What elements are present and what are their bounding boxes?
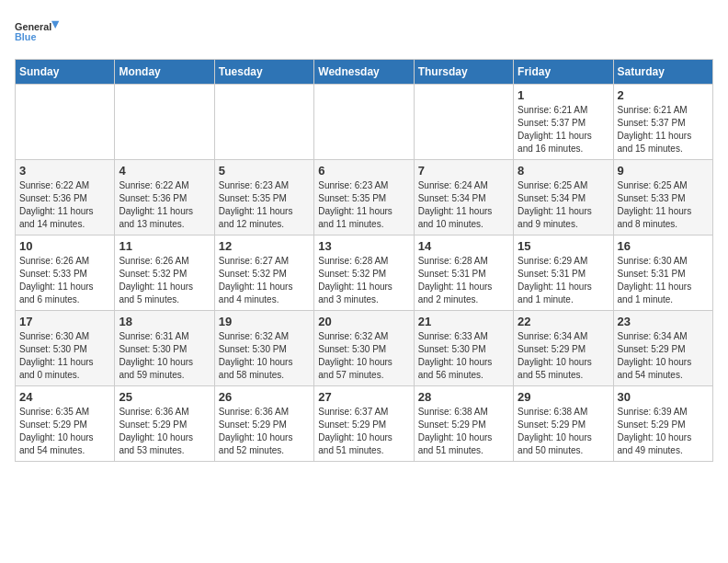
day-info: Sunrise: 6:32 AM Sunset: 5:30 PM Dayligh…	[219, 330, 310, 382]
weekday-header-tuesday: Tuesday	[214, 60, 313, 85]
day-number: 1	[518, 88, 609, 102]
day-number: 20	[318, 315, 409, 328]
day-info: Sunrise: 6:21 AM Sunset: 5:37 PM Dayligh…	[618, 104, 709, 155]
day-cell: 24Sunrise: 6:35 AM Sunset: 5:29 PM Dayli…	[16, 386, 115, 462]
svg-text:General: General	[15, 21, 51, 32]
week-row-2: 10Sunrise: 6:26 AM Sunset: 5:33 PM Dayli…	[16, 236, 713, 311]
svg-marker-2	[51, 21, 59, 29]
day-cell: 23Sunrise: 6:34 AM Sunset: 5:29 PM Dayli…	[613, 311, 712, 386]
day-cell: 20Sunrise: 6:32 AM Sunset: 5:30 PM Dayli…	[314, 311, 414, 386]
weekday-header-monday: Monday	[115, 60, 214, 85]
day-number: 17	[19, 315, 110, 328]
day-cell	[414, 85, 513, 160]
day-cell: 8Sunrise: 6:25 AM Sunset: 5:34 PM Daylig…	[514, 160, 613, 236]
day-number: 6	[318, 164, 409, 178]
day-cell: 10Sunrise: 6:26 AM Sunset: 5:33 PM Dayli…	[16, 236, 115, 311]
logo: General Blue	[15, 15, 61, 52]
day-cell: 26Sunrise: 6:36 AM Sunset: 5:29 PM Dayli…	[214, 386, 313, 462]
day-cell: 2Sunrise: 6:21 AM Sunset: 5:37 PM Daylig…	[613, 85, 712, 160]
day-info: Sunrise: 6:34 AM Sunset: 5:29 PM Dayligh…	[618, 330, 709, 382]
day-cell: 1Sunrise: 6:21 AM Sunset: 5:37 PM Daylig…	[514, 85, 613, 160]
day-number: 10	[19, 239, 110, 253]
day-cell: 15Sunrise: 6:29 AM Sunset: 5:31 PM Dayli…	[514, 236, 613, 311]
day-number: 23	[618, 315, 709, 328]
day-cell: 17Sunrise: 6:30 AM Sunset: 5:30 PM Dayli…	[16, 311, 115, 386]
week-row-3: 17Sunrise: 6:30 AM Sunset: 5:30 PM Dayli…	[16, 311, 713, 386]
weekday-header-friday: Friday	[514, 60, 613, 85]
day-cell: 18Sunrise: 6:31 AM Sunset: 5:30 PM Dayli…	[115, 311, 214, 386]
day-info: Sunrise: 6:26 AM Sunset: 5:33 PM Dayligh…	[19, 255, 110, 306]
day-info: Sunrise: 6:25 AM Sunset: 5:34 PM Dayligh…	[518, 179, 609, 231]
day-info: Sunrise: 6:27 AM Sunset: 5:32 PM Dayligh…	[219, 255, 310, 306]
svg-text:Blue: Blue	[15, 31, 36, 42]
day-number: 25	[119, 390, 210, 404]
weekday-header-row: SundayMondayTuesdayWednesdayThursdayFrid…	[16, 60, 713, 85]
day-cell: 12Sunrise: 6:27 AM Sunset: 5:32 PM Dayli…	[214, 236, 313, 311]
page-container: General Blue SundayMondayTuesdayWednesda…	[15, 15, 713, 462]
day-info: Sunrise: 6:31 AM Sunset: 5:30 PM Dayligh…	[119, 330, 210, 382]
day-number: 28	[418, 390, 509, 404]
day-number: 26	[219, 390, 310, 404]
day-cell: 25Sunrise: 6:36 AM Sunset: 5:29 PM Dayli…	[115, 386, 214, 462]
day-info: Sunrise: 6:21 AM Sunset: 5:37 PM Dayligh…	[518, 104, 609, 155]
day-cell: 22Sunrise: 6:34 AM Sunset: 5:29 PM Dayli…	[514, 311, 613, 386]
day-cell	[16, 85, 115, 160]
day-cell: 14Sunrise: 6:28 AM Sunset: 5:31 PM Dayli…	[414, 236, 513, 311]
day-cell: 13Sunrise: 6:28 AM Sunset: 5:32 PM Dayli…	[314, 236, 414, 311]
day-info: Sunrise: 6:22 AM Sunset: 5:36 PM Dayligh…	[119, 179, 210, 231]
day-info: Sunrise: 6:37 AM Sunset: 5:29 PM Dayligh…	[318, 406, 409, 457]
logo-svg: General Blue	[15, 15, 61, 52]
day-cell: 4Sunrise: 6:22 AM Sunset: 5:36 PM Daylig…	[115, 160, 214, 236]
day-number: 27	[318, 390, 409, 404]
weekday-header-saturday: Saturday	[613, 60, 712, 85]
day-cell: 30Sunrise: 6:39 AM Sunset: 5:29 PM Dayli…	[613, 386, 712, 462]
day-number: 18	[119, 315, 210, 328]
weekday-header-thursday: Thursday	[414, 60, 513, 85]
day-info: Sunrise: 6:22 AM Sunset: 5:36 PM Dayligh…	[19, 179, 110, 231]
day-number: 11	[119, 239, 210, 253]
day-number: 21	[418, 315, 509, 328]
day-info: Sunrise: 6:38 AM Sunset: 5:29 PM Dayligh…	[418, 406, 509, 457]
weekday-header-wednesday: Wednesday	[314, 60, 414, 85]
day-info: Sunrise: 6:23 AM Sunset: 5:35 PM Dayligh…	[219, 179, 310, 231]
day-info: Sunrise: 6:24 AM Sunset: 5:34 PM Dayligh…	[418, 179, 509, 231]
day-cell: 28Sunrise: 6:38 AM Sunset: 5:29 PM Dayli…	[414, 386, 513, 462]
day-number: 7	[418, 164, 509, 178]
day-cell: 19Sunrise: 6:32 AM Sunset: 5:30 PM Dayli…	[214, 311, 313, 386]
day-info: Sunrise: 6:25 AM Sunset: 5:33 PM Dayligh…	[618, 179, 709, 231]
day-number: 14	[418, 239, 509, 253]
day-cell	[314, 85, 414, 160]
header: General Blue	[15, 15, 713, 52]
day-info: Sunrise: 6:34 AM Sunset: 5:29 PM Dayligh…	[518, 330, 609, 382]
week-row-0: 1Sunrise: 6:21 AM Sunset: 5:37 PM Daylig…	[16, 85, 713, 160]
day-cell: 27Sunrise: 6:37 AM Sunset: 5:29 PM Dayli…	[314, 386, 414, 462]
day-info: Sunrise: 6:39 AM Sunset: 5:29 PM Dayligh…	[618, 406, 709, 457]
day-info: Sunrise: 6:29 AM Sunset: 5:31 PM Dayligh…	[518, 255, 609, 306]
day-number: 30	[618, 390, 709, 404]
day-cell: 11Sunrise: 6:26 AM Sunset: 5:32 PM Dayli…	[115, 236, 214, 311]
day-info: Sunrise: 6:35 AM Sunset: 5:29 PM Dayligh…	[19, 406, 110, 457]
day-cell: 5Sunrise: 6:23 AM Sunset: 5:35 PM Daylig…	[214, 160, 313, 236]
day-cell: 16Sunrise: 6:30 AM Sunset: 5:31 PM Dayli…	[613, 236, 712, 311]
day-info: Sunrise: 6:23 AM Sunset: 5:35 PM Dayligh…	[318, 179, 409, 231]
day-number: 8	[518, 164, 609, 178]
weekday-header-sunday: Sunday	[16, 60, 115, 85]
day-info: Sunrise: 6:26 AM Sunset: 5:32 PM Dayligh…	[119, 255, 210, 306]
day-info: Sunrise: 6:28 AM Sunset: 5:31 PM Dayligh…	[418, 255, 509, 306]
day-cell: 3Sunrise: 6:22 AM Sunset: 5:36 PM Daylig…	[16, 160, 115, 236]
day-info: Sunrise: 6:30 AM Sunset: 5:30 PM Dayligh…	[19, 330, 110, 382]
day-number: 4	[119, 164, 210, 178]
day-number: 5	[219, 164, 310, 178]
day-cell: 6Sunrise: 6:23 AM Sunset: 5:35 PM Daylig…	[314, 160, 414, 236]
day-number: 15	[518, 239, 609, 253]
week-row-1: 3Sunrise: 6:22 AM Sunset: 5:36 PM Daylig…	[16, 160, 713, 236]
day-info: Sunrise: 6:36 AM Sunset: 5:29 PM Dayligh…	[119, 406, 210, 457]
day-cell: 7Sunrise: 6:24 AM Sunset: 5:34 PM Daylig…	[414, 160, 513, 236]
day-number: 12	[219, 239, 310, 253]
day-number: 19	[219, 315, 310, 328]
day-info: Sunrise: 6:33 AM Sunset: 5:30 PM Dayligh…	[418, 330, 509, 382]
day-number: 2	[618, 88, 709, 102]
day-number: 13	[318, 239, 409, 253]
day-number: 29	[518, 390, 609, 404]
day-number: 9	[618, 164, 709, 178]
